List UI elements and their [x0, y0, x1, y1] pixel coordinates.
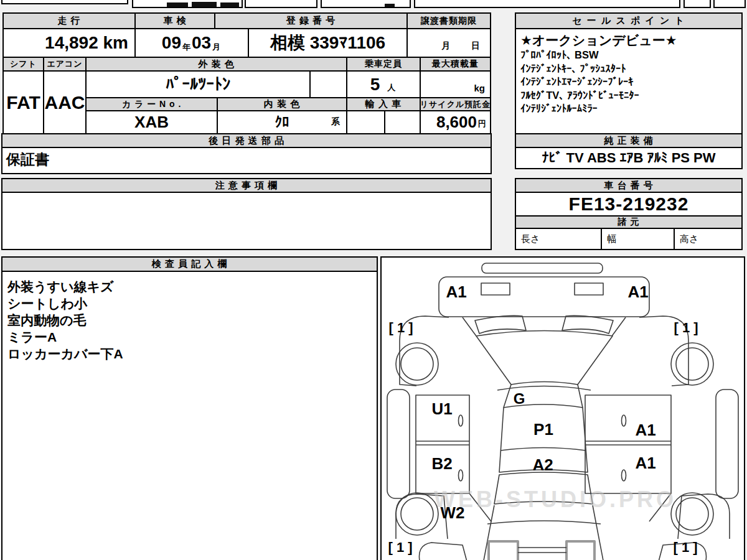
sales-points-header: セ ー ル ス ポ イ ン ト — [515, 12, 743, 29]
import-car-value — [346, 110, 385, 134]
auction-sheet: 走 行 車 検 登 録 番 号 譲渡書類期限 14,892 km 09 年 03… — [0, 0, 747, 560]
clipped-cell — [245, 0, 317, 8]
shaken-month-unit: 月 — [212, 42, 220, 57]
clipped-top-row — [0, 0, 747, 8]
import-car-header: 輸 入 車 — [346, 97, 421, 111]
later-parts-value: 保証書 — [1, 147, 492, 174]
damage-marker: A1 — [446, 282, 466, 302]
interior-color-name: ｸﾛ — [275, 114, 289, 131]
list-line: 外装うすい線キズ — [7, 278, 372, 295]
interior-color-suffix: 系 — [331, 116, 340, 128]
shaken-value: 09 年 03 月 — [134, 28, 249, 58]
interior-color-header: 内 装 色 — [217, 97, 347, 111]
specs-header: 諸 元 — [515, 215, 743, 229]
recycle-fee-unit: 円 — [478, 118, 486, 133]
shaken-year-unit: 年 — [182, 42, 190, 57]
damage-marker: A1 — [627, 282, 648, 302]
chassis-no-header: 車 台 番 号 — [515, 178, 743, 193]
registration-value: 相模 339ﾏ1106 — [248, 28, 408, 58]
damage-marker: A2 — [532, 455, 553, 475]
clipped-cell — [321, 0, 411, 8]
list-line: ロッカーカバー下A — [7, 345, 372, 362]
list-line: シートしわ小 — [7, 295, 372, 312]
capacity-header: 乗車定員 — [346, 57, 421, 72]
recycle-fee-header: リサイクル預託金 — [420, 97, 491, 111]
damage-marker: [ 1 ] — [674, 320, 698, 336]
shaken-year: 09 — [162, 33, 181, 53]
aircon-value: AAC — [43, 70, 87, 134]
clipped-cell — [713, 0, 746, 8]
capacity-value: 5 人 — [346, 70, 421, 98]
list-line: ﾌﾙｾｸﾞTV､ ｱﾗｳﾝﾄﾞﾋﾞｭｰﾓﾆﾀｰ — [520, 89, 741, 103]
registration-header: 登 録 番 号 — [214, 12, 408, 29]
shift-value: FAT — [2, 70, 44, 134]
list-line: ｲﾝﾃﾘｼﾞｪﾝﾄﾙｰﾑﾐﾗｰ — [520, 102, 741, 116]
car-diagram: WEB-STUDIO.PRO A1A1[ 1 ][ 1 ]GU1P1A1B2A2… — [380, 256, 745, 560]
chassis-no-value: FE13-219232 — [515, 192, 743, 217]
watermark: WEB-STUDIO.PRO — [434, 487, 677, 513]
recycle-fee-value: 8,600 円 — [420, 110, 491, 134]
damage-marker: B2 — [431, 454, 452, 474]
list-line: ｲﾝﾃｼﾞｪﾝﾄｷｰ､ ﾌﾟｯｼｭｽﾀｰﾄ — [520, 62, 741, 76]
mileage-value: 14,892 km — [2, 28, 136, 58]
shaken-header: 車 検 — [134, 12, 215, 29]
sales-points-value: ★オークションデビュー★ ﾌﾟﾛﾊﾟｲﾛｯﾄ､ BSWｲﾝﾃｼﾞｪﾝﾄｷｰ､ ﾌ… — [515, 28, 743, 134]
damage-marker: A1 — [635, 421, 655, 440]
max-load-value: kg — [420, 70, 491, 98]
notes-value — [1, 192, 492, 250]
list-line: ﾌﾟﾛﾊﾟｲﾛｯﾄ､ BSW — [520, 49, 741, 62]
sales-points-headline: ★オークションデビュー★ — [520, 32, 741, 49]
shaken-month: 03 — [192, 33, 211, 53]
color-no-header: カ ラ ー N o . — [85, 97, 218, 111]
clipped-cell — [414, 0, 680, 8]
clipped-cell — [132, 0, 243, 8]
spec-width-label: 幅 — [601, 228, 675, 250]
exterior-color-value: ﾊﾟｰﾙﾂｰﾄﾝ — [85, 70, 311, 98]
damage-marker: P1 — [533, 420, 553, 439]
exterior-color-header: 外 装 色 — [85, 57, 347, 72]
capacity-number: 5 — [370, 75, 380, 95]
max-load-header: 最大積載量 — [420, 57, 491, 72]
inspector-lines: 外装うすい線キズシートしわ小室内動物の毛ミラーAロッカーカバー下A — [7, 278, 372, 362]
damage-marker: A1 — [635, 454, 655, 473]
transfer-deadline-value: 月 日 — [406, 28, 491, 58]
empty-cell — [384, 110, 421, 134]
later-parts-header: 後 日 発 送 部 品 — [1, 133, 492, 148]
damage-marker: W2 — [441, 503, 465, 523]
sales-points-lines: ﾌﾟﾛﾊﾟｲﾛｯﾄ､ BSWｲﾝﾃｼﾞｪﾝﾄｷｰ､ ﾌﾟｯｼｭｽﾀｰﾄｲﾝﾃｼﾞ… — [520, 49, 741, 116]
clipped-cell — [684, 0, 711, 8]
damage-marker: [ 1 ] — [388, 320, 413, 336]
recycle-fee-amount: 8,600 — [436, 113, 477, 132]
genuine-equipment-header: 純 正 装 備 — [515, 133, 743, 148]
inspector-notes: 外装うすい線キズシートしわ小室内動物の毛ミラーAロッカーカバー下A — [1, 271, 378, 560]
damage-marker: [ 1 ] — [673, 539, 697, 556]
spec-height-label: 高さ — [674, 228, 743, 250]
damage-marker: [ 1 ] — [388, 539, 412, 556]
clipped-cell — [1, 0, 128, 4]
empty-cell — [309, 70, 347, 98]
list-line: ミラーA — [7, 329, 372, 345]
genuine-equipment-value: ﾅﾋﾞ TV ABS ｴｱB ｱﾙﾐ PS PW — [515, 147, 743, 169]
damage-marker: U1 — [431, 399, 452, 419]
transfer-deadline-header: 譲渡書類期限 — [406, 12, 491, 29]
list-line: ｲﾝﾃｼﾞｪﾝﾄｴﾏｰｼﾞｪﾝｼｰﾌﾞﾚｰｷ — [520, 75, 741, 89]
inspector-header: 検 査 員 記 入 欄 — [1, 256, 378, 272]
mileage-header: 走 行 — [2, 12, 136, 29]
color-no-value: XAB — [85, 110, 218, 134]
notes-header: 注 意 事 項 欄 — [1, 178, 492, 193]
capacity-unit: 人 — [387, 82, 395, 97]
list-line: 室内動物の毛 — [7, 312, 372, 329]
shift-header: シフト — [2, 57, 44, 72]
spec-length-label: 長さ — [515, 228, 602, 250]
aircon-header: エアコン — [43, 57, 87, 72]
damage-marker: G — [514, 390, 525, 408]
interior-color-value: ｸﾛ 系 — [217, 110, 347, 134]
